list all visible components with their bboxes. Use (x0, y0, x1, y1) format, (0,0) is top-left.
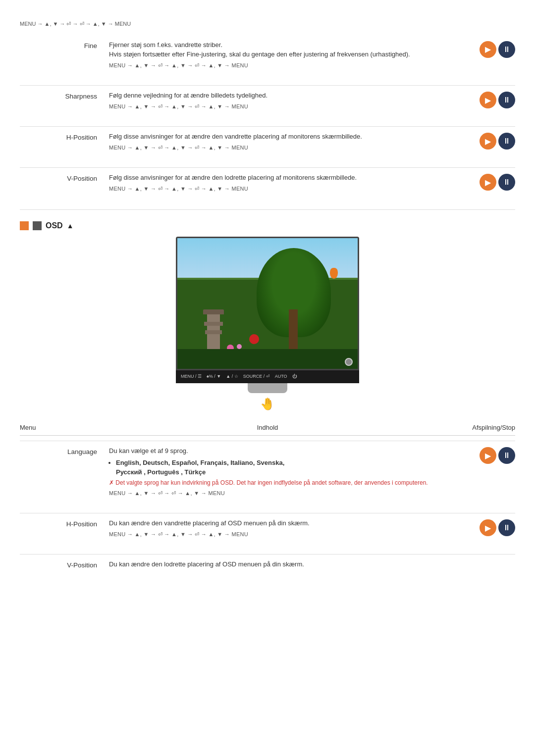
osd-h-position-description: Du kan ændre den vandrette placering af … (109, 518, 471, 528)
table-header-action: Afspilning/Stop (456, 423, 515, 433)
osd-h-position-stop-button[interactable]: ⏸ (498, 519, 515, 536)
sharpness-buttons: ▶ ⏸ (471, 91, 515, 108)
table-header-content: Indhold (79, 423, 456, 433)
hand-icon: 🤚 (176, 395, 359, 413)
osd-v-position-label: V-Position (20, 559, 109, 570)
osd-table: Menu Indhold Afspilning/Stop Language Du… (20, 423, 515, 576)
osd-v-position-content: Du kan ændre den lodrette placering af O… (109, 559, 471, 571)
sharpness-stop-button[interactable]: ⏸ (498, 92, 515, 108)
pink-flower-2 (237, 344, 242, 349)
osd-h-position-menu-path: MENU → ▲, ▼ → ⏎ → ▲, ▼ → ⏎ → ▲, ▼ → MENU (109, 530, 471, 539)
language-warning: ✗ Det valgte sprog har kun indvirkning p… (109, 478, 471, 487)
sharpness-section: Sharpness Følg denne vejledning for at æ… (20, 91, 515, 117)
osd-title: OSD (46, 220, 63, 232)
language-content: Du kan vælge et af 9 sprog. English, Deu… (109, 446, 471, 499)
fine-section: Fine Fjerner støj som f.eks. vandrette s… (20, 40, 515, 77)
osd-header: OSD ▲ (20, 220, 515, 232)
fine-label: Fine (20, 40, 109, 51)
fine-content: Fjerner støj som f.eks. vandrette stribe… (109, 40, 471, 72)
v-position-buttons: ▶ ⏸ (471, 173, 515, 191)
orange-lantern (330, 268, 338, 279)
language-bold-list-2: Русский , Português , Türkçe (116, 468, 206, 476)
monitor-power-indicator (345, 358, 353, 366)
monitor-stand (248, 383, 287, 393)
pagoda-roof-top (203, 309, 224, 314)
v-position-menu-path: MENU → ▲, ▼ → ⏎ → ▲, ▼ → ⏎ → ▲, ▼ → MENU (109, 185, 471, 193)
language-play-button[interactable]: ▶ (480, 447, 496, 464)
osd-v-position-buttons (471, 559, 515, 560)
v-position-label: V-Position (20, 173, 109, 184)
garden-image (177, 238, 358, 369)
language-list-item: English, Deutsch, Español, Français, Ita… (116, 458, 471, 477)
osd-arrow-icon: ▲ (67, 221, 74, 231)
sharpness-description: Følg denne vejledning for at ændre bille… (109, 91, 471, 101)
top-menu-path: MENU → ▲, ▼ → ⏎ → ⏎ → ▲, ▼ → MENU (20, 20, 515, 28)
v-position-section: V-Position Følg disse anvisninger for at… (20, 173, 515, 200)
language-list: English, Deutsch, Español, Français, Ita… (116, 458, 471, 477)
monitor-display: MENU / ☰ ♠% / ▼ ▲ / ☆ SOURCE / ⏎ AUTO ⏻ … (176, 237, 359, 413)
fine-description: Fjerner støj som f.eks. vandrette stribe… (109, 40, 471, 59)
v-position-description: Følg disse anvisninger for at ændre den … (109, 173, 471, 183)
pagoda-roof-mid (204, 322, 223, 326)
monitor-btn-auto: AUTO (275, 373, 287, 380)
language-menu-path: MENU → ▲, ▼ → ⏎ → ⏎ → ▲, ▼ → MENU (109, 489, 471, 498)
osd-icon-d (20, 221, 29, 230)
osd-h-position-play-button[interactable]: ▶ (480, 519, 496, 536)
osd-h-position-content: Du kan ændre den vandrette placering af … (109, 518, 471, 540)
monitor-btn-power: ⏻ (292, 373, 297, 380)
osd-table-header: Menu Indhold Afspilning/Stop (20, 423, 515, 436)
language-buttons: ▶ ⏸ (471, 446, 515, 464)
language-section: Language Du kan vælge et af 9 sprog. Eng… (20, 446, 515, 504)
ground-vegetation (177, 349, 358, 369)
language-label: Language (20, 446, 109, 457)
osd-h-position-label: H-Position (20, 518, 109, 529)
language-bold-list: English, Deutsch, Español, Français, Ita… (116, 459, 284, 466)
sharpness-menu-path: MENU → ▲, ▼ → ⏎ → ▲, ▼ → ⏎ → ▲, ▼ → MENU (109, 102, 471, 111)
language-description: Du kan vælge et af 9 sprog. (109, 446, 471, 456)
sharpness-play-button[interactable]: ▶ (480, 92, 496, 108)
h-position-buttons: ▶ ⏸ (471, 132, 515, 150)
red-lantern (249, 334, 259, 344)
osd-v-position-description: Du kan ændre den lodrette placering af O… (109, 559, 471, 569)
monitor-screen (176, 237, 359, 370)
h-position-play-button[interactable]: ▶ (480, 133, 496, 150)
v-position-stop-button[interactable]: ⏸ (498, 174, 515, 191)
language-stop-button[interactable]: ⏸ (498, 447, 515, 464)
pagoda-body (207, 314, 220, 349)
h-position-section: H-Position Følg disse anvisninger for at… (20, 132, 515, 158)
osd-h-position-section: H-Position Du kan ændre den vandrette pl… (20, 518, 515, 545)
monitor-controls-strip: MENU / ☰ ♠% / ▼ ▲ / ☆ SOURCE / ⏎ AUTO ⏻ (176, 370, 359, 383)
monitor-btn-up: ▲ / ☆ (226, 373, 238, 380)
h-position-menu-path: MENU → ▲, ▼ → ⏎ → ▲, ▼ → ⏎ → ▲, ▼ → MENU (109, 144, 471, 152)
osd-h-position-buttons: ▶ ⏸ (471, 518, 515, 536)
monitor-btn-brightness: ♠% / ▼ (207, 373, 221, 380)
monitor-button-labels: MENU / ☰ (181, 373, 202, 380)
v-position-content: Følg disse anvisninger for at ændre den … (109, 173, 471, 195)
fine-play-button[interactable]: ▶ (480, 41, 496, 58)
osd-icon-square (33, 221, 42, 230)
fine-stop-button[interactable]: ⏸ (498, 41, 515, 58)
h-position-description: Følg disse anvisninger for at ændre den … (109, 132, 471, 142)
v-position-play-button[interactable]: ▶ (480, 174, 496, 191)
h-position-content: Følg disse anvisninger for at ændre den … (109, 132, 471, 153)
h-position-stop-button[interactable]: ⏸ (498, 133, 515, 150)
pagoda-roof-bot (205, 330, 222, 334)
h-position-label: H-Position (20, 132, 109, 143)
sharpness-label: Sharpness (20, 91, 109, 101)
fine-menu-path: MENU → ▲, ▼ → ⏎ → ▲, ▼ → ⏎ → ▲, ▼ → MENU (109, 61, 471, 70)
osd-v-position-section: V-Position Du kan ændre den lodrette pla… (20, 559, 515, 576)
table-header-menu: Menu (20, 423, 79, 433)
fine-buttons: ▶ ⏸ (471, 40, 515, 58)
sharpness-content: Følg denne vejledning for at ændre bille… (109, 91, 471, 112)
monitor-btn-source: SOURCE / ⏎ (243, 373, 270, 380)
